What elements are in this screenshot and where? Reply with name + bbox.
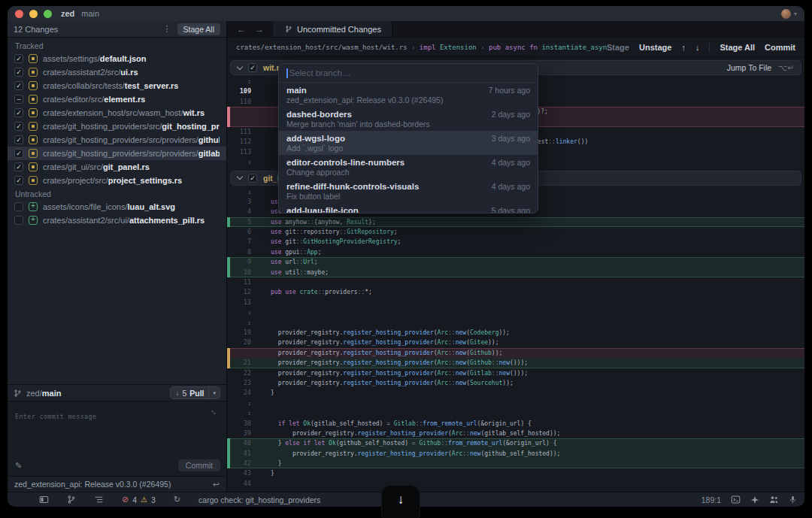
code-line[interactable]: 12pub use crate::providers::*; (227, 287, 804, 297)
code-line[interactable]: 40 } else if let Ok(github_self_hosted) … (227, 438, 804, 448)
chevron-down-icon[interactable]: ▾ (208, 387, 220, 398)
file-checkbox[interactable]: ✓ (14, 162, 23, 171)
code-line[interactable]: 6use git::repository::GitRepository; (227, 227, 804, 237)
code-line[interactable]: 38 if let Ok(gitlab_self_hosted) = Gitla… (227, 419, 804, 429)
zoom-window-button[interactable] (44, 10, 52, 18)
code-line[interactable]: 10use util::maybe; (227, 268, 804, 277)
code-line[interactable]: 7use git::GitHostingProviderRegistry; (227, 237, 804, 247)
file-row[interactable]: ✓crates/extension_host/src/wasm_host/wit… (8, 106, 226, 120)
breadcrumb[interactable]: crates/extension_host/src/wasm_host/wit.… (236, 44, 607, 51)
branch-item[interactable]: add-wgsl-logo3 days agoAdd `.wgsl` logo (279, 131, 538, 155)
titlebar[interactable]: zed main ▾ (8, 6, 804, 21)
code-line[interactable]: ↧ (227, 398, 804, 408)
code-line[interactable]: 9use url::Url; (227, 257, 804, 267)
forward-button[interactable]: → (255, 24, 264, 35)
minimize-window-button[interactable] (29, 10, 38, 18)
commit-message-editor[interactable]: Enter commit message ↔ ✎ Commit (8, 401, 226, 476)
file-row[interactable]: assets/icons/file_icons/luau_alt.svg (8, 200, 226, 214)
code-line[interactable]: 22 provider_registry.register_hosting_pr… (227, 368, 804, 378)
terminal-icon[interactable] (731, 495, 741, 504)
file-row[interactable]: –crates/editor/src/element.rs (8, 92, 226, 106)
generate-commit-message-icon[interactable]: ✎ (15, 461, 22, 471)
code-line[interactable]: ↧ (227, 307, 804, 317)
file-row[interactable]: ✓crates/git_hosting_providers/src/provid… (8, 147, 226, 160)
assistant-sparkle-icon[interactable] (750, 495, 759, 504)
jump-to-file-button[interactable]: Jump To File⌥↵ (727, 63, 794, 72)
code-line[interactable]: 21 provider_registry.register_hosting_pr… (227, 358, 804, 368)
diagnostics-summary[interactable]: ⊘ 4 ⚠ 3 (122, 495, 156, 504)
file-checkbox[interactable]: ✓ (14, 68, 23, 77)
microphone-icon[interactable] (789, 495, 797, 504)
code-line[interactable]: 23 provider_registry.register_hosting_pr… (227, 378, 804, 388)
code-line[interactable]: 41 provider_registry.register_hosting_pr… (227, 449, 804, 459)
git-branch-icon[interactable] (67, 495, 76, 504)
code-line[interactable] (227, 489, 804, 492)
branch-item[interactable]: add-luau-file-icon5 days ago (279, 203, 538, 214)
code-line[interactable]: 44 (227, 479, 804, 489)
file-stage-checkbox[interactable]: ✓ (248, 174, 257, 183)
outline-icon[interactable] (94, 495, 104, 504)
code-line[interactable]: 8use gpui::App; (227, 247, 804, 257)
branch-item[interactable]: dashed-borders2 days agoMerge branch 'ma… (279, 107, 538, 131)
file-row[interactable]: ✓crates/git_hosting_providers/src/provid… (8, 133, 226, 147)
file-checkbox[interactable] (14, 216, 23, 225)
cursor-position[interactable]: 189:1 (701, 495, 721, 504)
project-name[interactable]: zed (61, 9, 74, 18)
file-row[interactable]: ✓crates/project/src/project_settings.rs (8, 174, 226, 187)
file-row[interactable]: ✓crates/git_ui/src/git_panel.rs (8, 160, 226, 174)
branch-item[interactable]: main7 hours agozed_extension_api: Releas… (279, 83, 538, 107)
file-row[interactable]: ✓assets/settings/default.json (8, 52, 226, 65)
collaboration-icon[interactable] (769, 495, 779, 504)
code-line[interactable]: 5use anyhow::{anyhow, Result}; (227, 217, 804, 227)
code-line[interactable]: 20 provider_registry.register_hosting_pr… (227, 338, 804, 347)
code-line[interactable]: provider_registry.register_hosting_provi… (227, 348, 804, 358)
pull-button[interactable]: ↓ 5 Pull ▾ (170, 386, 220, 399)
code-line[interactable]: 11 (227, 277, 804, 287)
branch-item[interactable]: editor-controls-line-numbers4 days agoCh… (279, 155, 538, 179)
chevron-down-icon[interactable] (237, 63, 243, 69)
file-checkbox[interactable]: ✓ (14, 135, 23, 144)
file-row[interactable]: crates/assistant2/src/ui/attachments_pil… (8, 214, 226, 227)
file-checkbox[interactable]: ✓ (14, 108, 23, 117)
code-line[interactable]: 13 (227, 298, 804, 307)
undo-commit-icon[interactable]: ↩ (213, 480, 220, 489)
toggle-left-dock-icon[interactable] (39, 495, 49, 504)
code-line[interactable]: 39 provider_registry.register_hosting_pr… (227, 429, 804, 438)
branch-row[interactable]: zed/main ↓ 5 Pull ▾ (8, 384, 226, 401)
panel-commit-button[interactable]: Commit (178, 459, 220, 471)
tab-uncommitted-changes[interactable]: Uncommitted Changes (274, 21, 392, 37)
more-options-icon[interactable]: ⋮ (160, 24, 174, 34)
avatar[interactable] (781, 9, 791, 19)
code-line[interactable]: 19 provider_registry.register_hosting_pr… (227, 328, 804, 338)
file-row[interactable]: ✓crates/collab/src/tests/test_server.rs (8, 79, 226, 92)
back-button[interactable]: ← (237, 24, 246, 35)
chevron-down-icon[interactable]: ▾ (794, 11, 797, 17)
file-stage-checkbox[interactable]: ✓ (248, 63, 257, 72)
titlebar-branch[interactable]: main (81, 9, 99, 18)
code-line[interactable]: ↥ (227, 408, 804, 418)
next-hunk-button[interactable]: ↓ (695, 43, 700, 52)
branch-item[interactable]: refine-diff-hunk-controls-visuals4 days … (279, 179, 538, 203)
file-checkbox[interactable]: – (14, 95, 23, 104)
file-checkbox[interactable]: ✓ (14, 81, 23, 90)
file-checkbox[interactable]: ✓ (14, 122, 23, 131)
prev-hunk-button[interactable]: ↑ (681, 43, 686, 52)
expand-editor-icon[interactable]: ↔ (208, 405, 220, 417)
code-line[interactable]: 43} (227, 468, 804, 478)
code-line[interactable]: 24} (227, 388, 804, 398)
last-commit-row[interactable]: zed_extension_api: Release v0.3.0 (#2649… (8, 476, 226, 492)
chevron-down-icon[interactable] (237, 174, 243, 180)
branch-search-input[interactable]: Select branch… (279, 64, 538, 83)
stage-button[interactable]: Stage (607, 43, 629, 52)
file-checkbox[interactable]: ✓ (14, 54, 23, 63)
code-line[interactable]: ↥ (227, 318, 804, 328)
close-window-button[interactable] (15, 10, 23, 18)
unstage-button[interactable]: Unstage (639, 43, 671, 52)
file-row[interactable]: ✓crates/assistant2/src/ui.rs (8, 65, 226, 79)
commit-button[interactable]: Commit (765, 43, 795, 52)
file-checkbox[interactable] (14, 202, 23, 211)
file-checkbox[interactable]: ✓ (14, 176, 23, 185)
file-row[interactable]: ✓crates/git_hosting_providers/src/git_ho… (8, 120, 226, 133)
scroll-down-button[interactable]: ↓ (381, 485, 420, 518)
code-line[interactable]: 42 } (227, 459, 804, 468)
